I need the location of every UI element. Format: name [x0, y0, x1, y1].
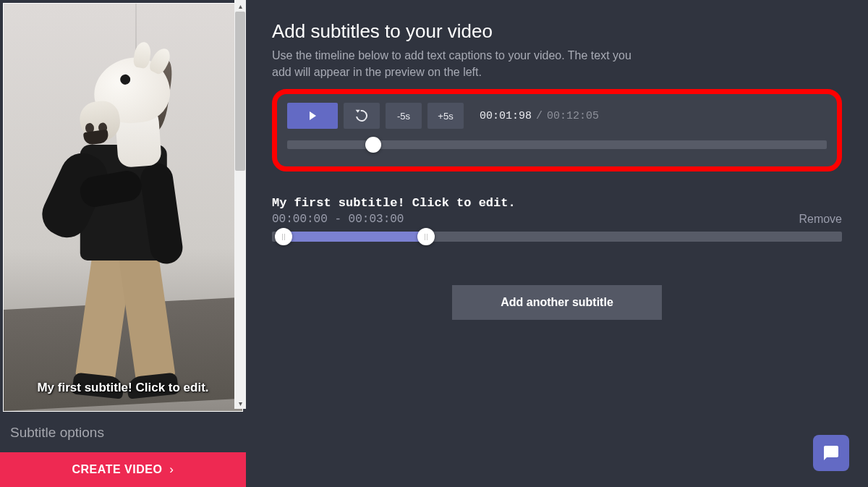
- scroll-down-icon[interactable]: ▾: [234, 397, 246, 409]
- remove-subtitle-link[interactable]: Remove: [799, 213, 842, 226]
- preview-scroll-area: My first subtitle! Click to edit. ▴ ▾ Su…: [0, 0, 246, 452]
- chat-fab[interactable]: [813, 435, 849, 471]
- page-description: Use the timeline below to add text capti…: [272, 47, 648, 80]
- current-time: 00:01:98: [480, 110, 532, 122]
- add-subtitle-button[interactable]: Add another subtitle: [452, 285, 662, 320]
- playback-progress-track[interactable]: [287, 140, 827, 149]
- subtitle-text[interactable]: My first subtitle! Click to edit.: [272, 196, 842, 210]
- scroll-thumb[interactable]: [235, 12, 245, 171]
- page-title: Add subtitles to your video: [272, 20, 842, 43]
- create-video-label: CREATE VIDEO: [72, 463, 163, 476]
- preview-scene: [4, 4, 242, 411]
- scroll-up-icon[interactable]: ▴: [234, 0, 246, 12]
- video-preview[interactable]: My first subtitle! Click to edit.: [3, 3, 243, 412]
- playback-controls: -5s +5s 00:01:98/00:12:05: [287, 103, 827, 129]
- play-icon: [310, 111, 316, 120]
- playback-progress-thumb[interactable]: [365, 137, 381, 153]
- subtitle-range-fill: [284, 232, 426, 242]
- create-video-button[interactable]: CREATE VIDEO ›: [0, 452, 246, 487]
- subtitle-range-end-handle[interactable]: [417, 228, 435, 245]
- restart-button[interactable]: [344, 103, 380, 129]
- replay-icon: [354, 108, 370, 124]
- chat-icon: [822, 444, 840, 462]
- subtitle-entry: My first subtitle! Click to edit. 00:00:…: [272, 196, 842, 242]
- main-panel: Add subtitles to your video Use the time…: [246, 0, 868, 487]
- play-button[interactable]: [287, 103, 338, 129]
- subtitle-time-range: 00:00:00 - 00:03:00: [272, 213, 404, 226]
- timecode: 00:01:98/00:12:05: [480, 110, 599, 122]
- back-5s-button[interactable]: -5s: [386, 103, 422, 129]
- subtitle-options-header: Subtitle options: [3, 412, 243, 446]
- preview-subtitle-overlay: My first subtitle! Click to edit.: [4, 381, 242, 395]
- subtitle-range-start-handle[interactable]: [275, 228, 292, 245]
- playback-controls-highlight: -5s +5s 00:01:98/00:12:05: [272, 89, 842, 171]
- forward-5s-button[interactable]: +5s: [427, 103, 464, 129]
- left-panel: My first subtitle! Click to edit. ▴ ▾ Su…: [0, 0, 246, 487]
- subtitle-range-track[interactable]: [272, 232, 842, 242]
- chevron-right-icon: ›: [169, 462, 174, 477]
- preview-scrollbar[interactable]: ▴ ▾: [234, 0, 246, 409]
- total-time: 00:12:05: [547, 110, 599, 122]
